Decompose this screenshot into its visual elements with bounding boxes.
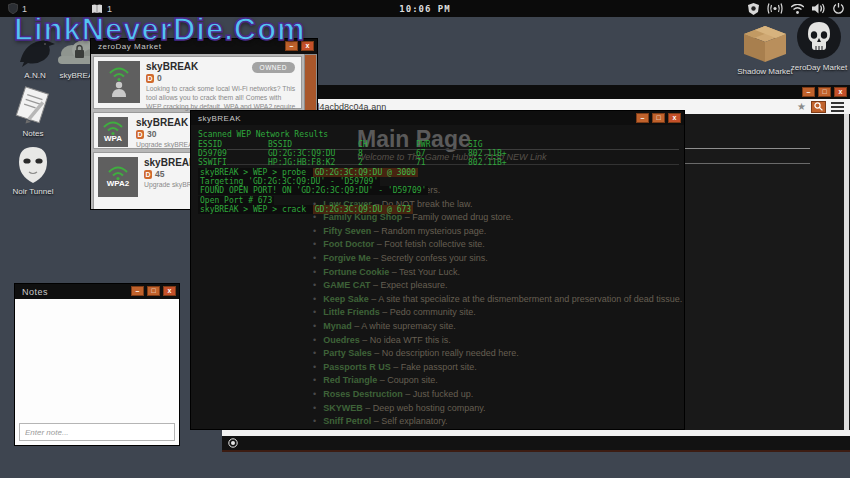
page-scrollbar[interactable] — [844, 114, 849, 430]
command-text: Open Port # 673 — [198, 196, 274, 205]
network-cell: 802.11B+ — [468, 158, 507, 167]
column-header: BSSID — [268, 140, 358, 149]
icon-label: Notes — [23, 129, 44, 138]
column-header: CH — [358, 140, 416, 149]
note-input[interactable] — [19, 423, 175, 441]
network-cell: SSWIFI — [198, 158, 268, 167]
network-cell: HP:JG:HB:F8:K2 — [268, 158, 358, 167]
maximize-button[interactable]: □ — [147, 286, 160, 296]
terminal-line: skyBREAK > WEP > crack GD:2G:3C:Q9:DU @ … — [198, 205, 428, 214]
column-header: ESSID — [198, 140, 268, 149]
mask-icon — [17, 144, 49, 184]
box-icon — [740, 24, 790, 64]
network-cell: D59709 — [198, 149, 268, 158]
coin-icon: D — [144, 170, 152, 179]
menu-hamburger-icon[interactable] — [831, 100, 844, 114]
maximize-button[interactable]: □ — [818, 87, 831, 97]
game-desktop: 1 1 10:06 PM LinkNeverDie.Co — [0, 0, 850, 478]
minimize-button[interactable]: – — [636, 113, 649, 123]
desktop-icon-notes[interactable]: Notes — [0, 86, 66, 138]
notes-window: Notes – □ x — [14, 283, 180, 446]
command-text: skyBREAK > WEP > crack — [198, 205, 313, 214]
command-text: FOUND OPEN PORT! ON 'GD:2G:3C:Q9:DU' - '… — [198, 186, 428, 195]
wifi-module-icon: WPA — [98, 117, 128, 147]
command-text: Targeting 'GD:2G:3C:Q9:DU' - 'D59709' — [198, 177, 380, 186]
skull-icon — [796, 20, 842, 60]
command-target: GD:2G:3C:Q9:DU @ 3000 — [313, 168, 418, 177]
desktop-icon-zeroday-market[interactable]: zeroDay Market — [786, 20, 850, 72]
volume-icon[interactable] — [812, 3, 825, 14]
wifi-icon[interactable] — [791, 4, 804, 14]
price-value: 0 — [157, 73, 162, 83]
module-label: WPA2 — [107, 180, 130, 188]
icon-label: A.N.N — [24, 71, 45, 80]
column-header: PWR — [416, 140, 468, 149]
watermark-text: LinkNeverDie.Com — [14, 12, 306, 48]
notepad-icon — [12, 86, 54, 126]
clock: 10:06 PM — [0, 4, 850, 14]
close-button[interactable]: x — [163, 286, 176, 296]
window-title: Notes — [15, 287, 48, 297]
icon-label: Noir Tunnel — [13, 187, 54, 196]
skybreak-terminal-window: skyBREAK – □ x Main Page Welcome to The … — [190, 110, 685, 430]
browser-status-bar — [222, 436, 850, 450]
network-cell: 71 — [416, 158, 468, 167]
system-tray — [748, 0, 844, 17]
network-row: SSWIFIHP:JG:HB:F8:K2271802.11B+ — [198, 158, 507, 167]
owned-badge: OWNED — [252, 62, 295, 73]
terminal-output[interactable]: Scanned WEP Network Results ESSIDBSSIDCH… — [191, 125, 684, 429]
close-button[interactable]: x — [668, 113, 681, 123]
network-cell: 67 — [416, 149, 468, 158]
command-lines: skyBREAK > WEP > probe GD:2G:3C:Q9:DU @ … — [198, 168, 428, 214]
wifi-module-icon — [98, 61, 140, 103]
magnifier-icon — [814, 102, 823, 111]
price-value: 30 — [147, 129, 156, 139]
network-cell: 2 — [358, 158, 416, 167]
item-price: D0 — [146, 73, 297, 83]
terminal-titlebar[interactable]: skyBREAK – □ x — [191, 111, 684, 125]
network-cell: 8 — [358, 149, 416, 158]
notes-titlebar[interactable]: Notes – □ x — [15, 284, 179, 299]
command-target: GD:2G:3C:Q9:DU @ 673 — [313, 205, 413, 214]
network-cell: GD:2G:3C:Q9:DU — [268, 149, 358, 158]
window-title: skyBREAK — [191, 114, 241, 123]
terminal-line: Targeting 'GD:2G:3C:Q9:DU' - 'D59709' — [198, 177, 428, 186]
security-shield-icon[interactable] — [748, 3, 759, 15]
coin-icon: D — [146, 74, 154, 83]
terminal-line: Open Port # 673 — [198, 196, 428, 205]
icon-label: Shadow Market — [737, 67, 793, 76]
scan-title: Scanned WEP Network Results — [198, 130, 328, 139]
search-button[interactable] — [811, 101, 826, 113]
column-header: SIG — [468, 140, 482, 149]
terminal-line: skyBREAK > WEP > probe GD:2G:3C:Q9:DU @ … — [198, 168, 428, 177]
network-cell: 802.11B+ — [468, 149, 507, 158]
loader-circle-icon — [228, 438, 238, 448]
maximize-button[interactable]: □ — [652, 113, 665, 123]
market-item[interactable]: skyBREAKD0Looking to crack some local Wi… — [93, 56, 302, 109]
coin-icon: D — [136, 130, 144, 139]
terminal-line: FOUND OPEN PORT! ON 'GD:2G:3C:Q9:DU' - '… — [198, 186, 428, 195]
power-icon[interactable] — [833, 3, 844, 14]
command-text: skyBREAK > WEP > probe — [198, 168, 313, 177]
wifi-module-icon: WPA2 — [98, 157, 138, 197]
price-value: 45 — [155, 169, 164, 179]
top-status-bar: 1 1 10:06 PM — [0, 0, 850, 17]
minimize-button[interactable]: – — [802, 87, 815, 97]
scan-column-headers: ESSIDBSSIDCHPWRSIG — [198, 140, 482, 149]
bookmark-star-icon[interactable]: ★ — [797, 101, 806, 112]
module-label: WPA — [104, 135, 122, 143]
minimize-button[interactable]: – — [131, 286, 144, 296]
notes-body — [15, 299, 179, 445]
broadcast-icon[interactable] — [767, 3, 783, 14]
close-button[interactable]: x — [834, 87, 847, 97]
desktop-icon-noir-tunnel[interactable]: Noir Tunnel — [0, 144, 66, 196]
network-row: D59709GD:2G:3C:Q9:DU867802.11B+ — [198, 149, 507, 158]
icon-label: zeroDay Market — [791, 63, 847, 72]
